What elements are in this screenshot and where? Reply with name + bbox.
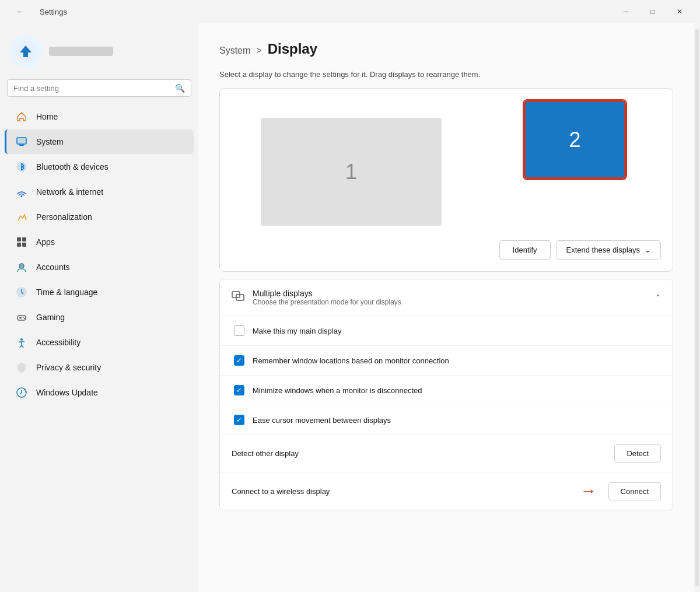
- multiple-displays-header[interactable]: Multiple displays Choose the presentatio…: [220, 279, 673, 316]
- checkbox-row-ease_cursor[interactable]: Ease cursor movement between displays: [220, 405, 673, 435]
- nav-list: HomeSystemBluetooth & devicesNetwork & i…: [0, 104, 198, 405]
- sidebar-item-gaming[interactable]: Gaming: [5, 305, 194, 330]
- update-label: Windows Update: [36, 388, 98, 397]
- maximize-button[interactable]: □: [639, 2, 666, 21]
- gaming-label: Gaming: [36, 313, 65, 322]
- breadcrumb-parent: System: [219, 45, 250, 56]
- checkbox-label-ease_cursor: Ease cursor movement between displays: [253, 416, 659, 425]
- profile-section: [0, 29, 198, 79]
- privacy-icon: [15, 361, 28, 374]
- checkbox-label-main_display: Make this my main display: [253, 327, 659, 335]
- svg-point-5: [17, 162, 26, 171]
- connect-label: Connect to a wireless display: [232, 487, 330, 496]
- sidebar-item-personalization[interactable]: Personalization: [5, 205, 194, 229]
- network-label: Network & internet: [36, 187, 103, 197]
- window-controls: ─ □ ✕: [612, 2, 693, 21]
- svg-rect-3: [19, 145, 24, 146]
- svg-point-17: [24, 318, 25, 319]
- sidebar-item-home[interactable]: Home: [5, 104, 194, 129]
- chevron-down-icon: ⌄: [645, 246, 651, 254]
- app-title: Settings: [40, 8, 67, 16]
- update-icon: [15, 386, 28, 399]
- sidebar-item-accounts[interactable]: Accounts: [5, 255, 194, 279]
- close-button[interactable]: ✕: [666, 2, 693, 21]
- svg-point-16: [23, 317, 24, 318]
- section-chevron-up-icon: ⌃: [655, 293, 661, 302]
- svg-point-11: [19, 264, 24, 268]
- checkbox-label-minimize_windows: Minimize windows when a monitor is disco…: [253, 386, 659, 395]
- checkbox-label-remember_locations: Remember window locations based on monit…: [253, 356, 659, 365]
- bluetooth-label: Bluetooth & devices: [36, 162, 108, 171]
- sidebar-item-accessibility[interactable]: Accessibility: [5, 330, 194, 355]
- time-label: Time & language: [36, 288, 97, 297]
- sidebar-item-privacy[interactable]: Privacy & security: [5, 355, 194, 380]
- detect-label: Detect other display: [232, 449, 299, 458]
- detect-button[interactable]: Detect: [614, 444, 661, 463]
- search-box[interactable]: 🔍: [7, 79, 191, 97]
- main-layout: 🔍 HomeSystemBluetooth & devicesNetwork &…: [0, 23, 700, 592]
- section-title: Multiple displays: [253, 289, 401, 298]
- monitor-2[interactable]: 2: [524, 100, 626, 179]
- apps-label: Apps: [36, 237, 55, 247]
- monitor-1[interactable]: 1: [261, 118, 442, 226]
- bluetooth-icon: [15, 160, 28, 173]
- sidebar-item-system[interactable]: System: [5, 129, 194, 154]
- system-icon: [15, 135, 28, 148]
- checkbox-minimize_windows[interactable]: [234, 385, 244, 395]
- personalization-icon: [15, 211, 28, 223]
- sidebar-item-network[interactable]: Network & internet: [5, 180, 194, 204]
- page-description: Select a display to change the settings …: [219, 70, 673, 79]
- arrow-right-icon: →: [580, 482, 597, 500]
- display-preview-box: 1 2 Identify Extend these displays ⌄: [219, 88, 673, 272]
- sidebar: 🔍 HomeSystemBluetooth & devicesNetwork &…: [0, 23, 198, 592]
- personalization-label: Personalization: [36, 212, 92, 222]
- checkbox-main_display[interactable]: [234, 325, 244, 336]
- checkbox-row-minimize_windows[interactable]: Minimize windows when a monitor is disco…: [220, 375, 673, 405]
- right-scrollbar[interactable]: [695, 29, 699, 586]
- multiple-displays-icon: [232, 290, 244, 306]
- section-subtitle: Choose the presentation mode for your di…: [253, 298, 401, 306]
- back-button[interactable]: ←: [7, 2, 34, 21]
- content-area: System > Display Select a display to cha…: [198, 23, 694, 592]
- identify-button[interactable]: Identify: [499, 240, 551, 260]
- svg-rect-9: [17, 243, 21, 247]
- sidebar-item-apps[interactable]: Apps: [5, 230, 194, 254]
- sidebar-item-update[interactable]: Windows Update: [5, 380, 194, 405]
- titlebar: ← Settings ─ □ ✕: [0, 0, 700, 23]
- profile-avatar[interactable]: [9, 35, 42, 68]
- svg-rect-10: [22, 243, 26, 247]
- checkbox-row-main_display[interactable]: Make this my main display: [220, 316, 673, 345]
- network-icon: [15, 185, 28, 198]
- breadcrumb-separator: >: [256, 45, 261, 56]
- display-monitors: 1 2: [232, 100, 661, 229]
- time-icon: [15, 286, 28, 299]
- checkbox-remember_locations[interactable]: [234, 355, 244, 366]
- search-icon: 🔍: [175, 83, 185, 93]
- accessibility-icon: [15, 336, 28, 349]
- checkbox-ease_cursor[interactable]: [234, 415, 244, 425]
- svg-point-6: [21, 195, 23, 197]
- gaming-icon: [15, 311, 28, 324]
- svg-rect-1: [23, 54, 28, 57]
- connect-button[interactable]: Connect: [608, 482, 661, 500]
- sidebar-item-time[interactable]: Time & language: [5, 280, 194, 304]
- sidebar-item-bluetooth[interactable]: Bluetooth & devices: [5, 155, 194, 179]
- section-header-left: Multiple displays Choose the presentatio…: [232, 289, 401, 306]
- detect-row: Detect other display Detect: [220, 435, 673, 472]
- svg-rect-7: [17, 237, 21, 241]
- svg-rect-4: [17, 138, 26, 144]
- home-label: Home: [36, 112, 58, 121]
- system-label: System: [36, 137, 64, 146]
- profile-name-blur: [49, 47, 113, 56]
- extend-displays-button[interactable]: Extend these displays ⌄: [556, 240, 661, 260]
- checkbox-items: Make this my main displayRemember window…: [220, 316, 673, 435]
- connect-row: Connect to a wireless display → Connect: [220, 472, 673, 510]
- checkbox-row-remember_locations[interactable]: Remember window locations based on monit…: [220, 345, 673, 375]
- search-input[interactable]: [13, 84, 175, 93]
- svg-rect-8: [22, 237, 26, 241]
- accounts-label: Accounts: [36, 262, 70, 272]
- accounts-icon: [15, 261, 28, 274]
- multiple-displays-section: Multiple displays Choose the presentatio…: [219, 279, 673, 510]
- minimize-button[interactable]: ─: [612, 2, 639, 21]
- privacy-label: Privacy & security: [36, 363, 101, 372]
